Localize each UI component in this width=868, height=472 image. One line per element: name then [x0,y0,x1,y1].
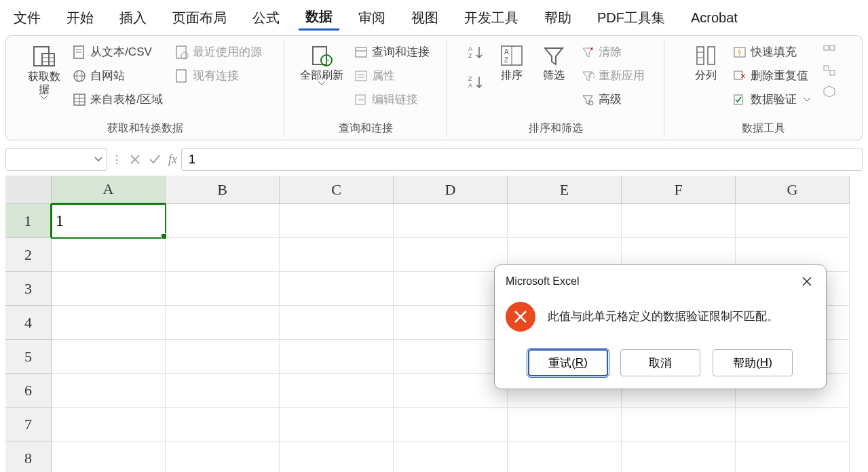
cell[interactable] [166,408,280,441]
tab-formulas[interactable]: 公式 [246,6,286,30]
refresh-all-button[interactable]: 全部刷新 [297,41,346,88]
cell[interactable] [508,408,622,441]
cell[interactable] [166,272,280,306]
sort-za-button[interactable]: ZA [463,71,489,93]
recent-sources-button[interactable]: 最近使用的源 [171,41,266,62]
cell[interactable] [394,272,508,306]
from-text-csv-button[interactable]: 从文本/CSV [69,41,167,62]
fx-label[interactable]: fx [168,153,177,167]
tab-pagelayout[interactable]: 页面布局 [166,6,233,30]
tab-acrobat[interactable]: Acrobat [684,7,744,28]
cell[interactable] [508,441,622,472]
cell[interactable] [280,408,394,441]
confirm-icon[interactable] [148,153,162,165]
advanced-filter-button[interactable]: 高级 [577,89,649,110]
relationships-button[interactable] [818,62,840,79]
tab-review[interactable]: 审阅 [352,6,392,30]
select-all-corner[interactable] [5,176,52,204]
cell[interactable] [622,441,736,472]
text-to-columns-button[interactable]: 分列 [687,41,725,84]
cell[interactable] [166,238,280,272]
col-header-A[interactable]: A [52,176,166,204]
tab-insert[interactable]: 插入 [113,6,153,30]
queries-connections-button[interactable]: 查询和连接 [350,41,434,62]
row-header-1[interactable]: 1 [5,204,52,238]
col-header-E[interactable]: E [508,176,622,204]
get-data-button[interactable]: 获取数 据 [24,41,64,102]
cell[interactable] [166,441,280,472]
cancel-icon[interactable] [129,153,141,165]
col-header-B[interactable]: B [166,176,280,204]
cell[interactable] [52,238,166,272]
edit-links-button[interactable]: 编辑链接 [350,89,434,110]
cell[interactable] [280,238,394,272]
tab-pdf[interactable]: PDF工具集 [590,6,672,30]
row-header-5[interactable]: 5 [5,340,52,374]
cell[interactable] [736,408,850,441]
row-header-4[interactable]: 4 [5,306,52,340]
cell[interactable] [52,441,166,472]
cancel-button[interactable]: 取消 [620,349,700,376]
row-header-7[interactable]: 7 [5,408,52,441]
from-web-button[interactable]: 自网站 [69,65,167,86]
cell[interactable] [166,204,280,238]
close-button[interactable] [799,273,815,290]
cell[interactable] [166,374,280,408]
existing-connections-button[interactable]: 现有连接 [171,65,266,86]
cell[interactable] [280,204,394,238]
from-table-button[interactable]: 来自表格/区域 [69,89,167,110]
formula-input[interactable] [181,148,863,171]
cell[interactable] [622,408,736,441]
cell[interactable] [280,306,394,340]
cell[interactable] [280,272,394,306]
tab-view[interactable]: 视图 [404,6,445,30]
cell-A1[interactable]: 1 [52,204,166,238]
tab-home[interactable]: 开始 [60,6,100,30]
chevron-down-icon[interactable] [94,157,102,162]
cell[interactable] [280,374,394,408]
col-header-D[interactable]: D [394,176,508,204]
cell[interactable] [52,374,166,408]
retry-button[interactable]: 重试(R) [528,349,608,376]
cell[interactable] [394,374,508,408]
manage-model-button[interactable] [818,82,840,100]
remove-duplicates-button[interactable]: 删除重复值 [729,65,814,86]
tab-file[interactable]: 文件 [7,6,48,30]
name-box[interactable] [5,148,107,171]
tab-developer[interactable]: 开发工具 [457,6,525,30]
flash-fill-button[interactable]: 快速填充 [729,41,814,62]
col-header-C[interactable]: C [280,176,394,204]
cell[interactable] [52,306,166,340]
data-validation-button[interactable]: 数据验证 [729,89,814,110]
sort-button[interactable]: AZ 排序 [493,41,531,84]
cell[interactable] [280,340,394,374]
tab-data[interactable]: 数据 [299,5,339,31]
cell[interactable] [394,408,508,441]
sort-az-button[interactable]: AZ [463,41,489,63]
row-header-3[interactable]: 3 [5,272,52,306]
cell[interactable] [394,238,508,272]
filter-button[interactable]: 筛选 [535,41,573,84]
cell[interactable] [622,204,736,238]
cell[interactable] [52,408,166,441]
cell[interactable] [52,340,166,374]
cell[interactable] [166,306,280,340]
cell[interactable] [52,272,166,306]
row-header-6[interactable]: 6 [5,374,52,408]
reapply-button[interactable]: 重新应用 [577,65,649,86]
clear-filter-button[interactable]: 清除 [577,41,649,62]
properties-button[interactable]: 属性 [350,65,434,86]
dropdown-icon[interactable]: ⋮ [111,153,122,166]
cell[interactable] [394,306,508,340]
col-header-F[interactable]: F [622,176,736,204]
cell[interactable] [736,204,850,238]
cell[interactable] [508,204,622,238]
cell[interactable] [166,340,280,374]
help-button[interactable]: 帮助(H) [713,349,793,376]
cell[interactable] [394,441,508,472]
cell[interactable] [280,441,394,472]
cell[interactable] [394,340,508,374]
consolidate-button[interactable] [818,41,840,59]
cell[interactable] [736,441,850,472]
tab-help[interactable]: 帮助 [537,6,578,30]
